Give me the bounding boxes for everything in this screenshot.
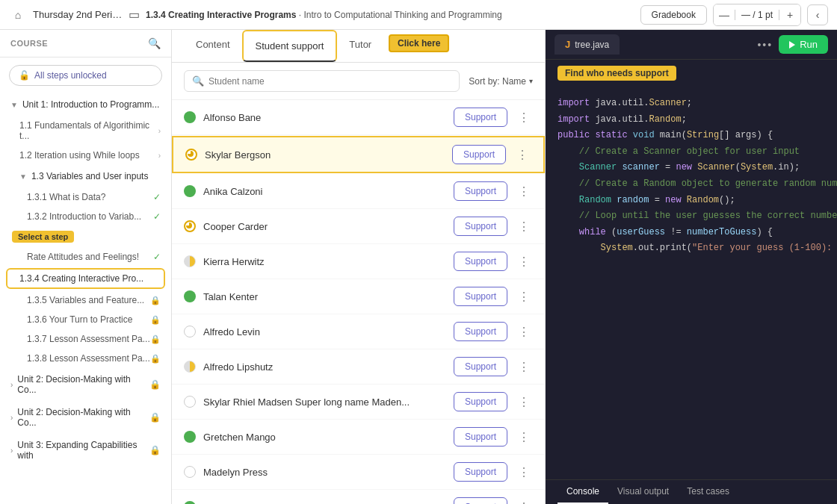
- sidebar-item-1-3[interactable]: ▼ 1.3 Variables and User inputs: [0, 165, 171, 187]
- sidebar-item-1-3-6[interactable]: 1.3.6 Your Turn to Practice 🔒: [0, 310, 171, 329]
- more-menu-icon[interactable]: ⋮: [515, 393, 533, 411]
- support-button[interactable]: Support: [452, 145, 506, 164]
- chevron-down-icon2: ▼: [19, 172, 27, 181]
- check-icon-2: ✓: [153, 211, 161, 222]
- sidebar-item-1-2[interactable]: 1.2 Iteration using While loops ›: [0, 146, 171, 165]
- chevron-down-icon3: ▾: [529, 77, 533, 85]
- status-dot-green5: [184, 501, 196, 504]
- lock-icon-5: 🔒: [149, 379, 161, 390]
- sort-control[interactable]: Sort by: Name ▾: [469, 76, 533, 87]
- more-menu-icon[interactable]: ⋮: [515, 428, 533, 446]
- sidebar-item-unit2b[interactable]: › Unit 2: Decision-Making with Co... 🔒: [0, 401, 171, 434]
- status-dot-none2: [184, 396, 196, 408]
- table-row: Gretchen Mango Support ⋮: [172, 420, 545, 455]
- sidebar-search-icon[interactable]: 🔍: [148, 37, 161, 49]
- file-tab[interactable]: J tree.java: [555, 34, 620, 55]
- lock-icon-6: 🔒: [149, 412, 161, 423]
- console-tabs-bar: Console Visual output Test cases: [546, 479, 837, 504]
- search-box: 🔍: [184, 70, 460, 92]
- sidebar-item-1-3-7[interactable]: 1.3.7 Lesson Assessment Pa... 🔒: [0, 329, 171, 349]
- student-name: Madelyn Press: [203, 467, 446, 478]
- support-button[interactable]: Support: [454, 217, 507, 236]
- nav-back-button[interactable]: ‹: [807, 4, 828, 25]
- sidebar-item-unit3[interactable]: › Unit 3: Expanding Capabilities with 🔒: [0, 434, 171, 467]
- table-row: Skylar Rhiel Madsen Super long name Made…: [172, 385, 545, 420]
- support-button[interactable]: Support: [454, 252, 507, 271]
- more-menu-icon[interactable]: ⋮: [515, 182, 533, 200]
- table-row: Talan Kenter Support ⋮: [172, 279, 545, 314]
- sidebar-toggle-icon[interactable]: ▭: [129, 7, 140, 22]
- student-name: Alfonso Bane: [203, 112, 446, 123]
- points-display: — / 1 pt: [735, 10, 779, 20]
- unlock-all-button[interactable]: 🔓 All steps unlocked: [9, 65, 162, 86]
- sidebar-item-1-3-8[interactable]: 1.3.8 Lesson Assessment Pa... 🔒: [0, 349, 171, 368]
- console-tab-console[interactable]: Console: [558, 480, 608, 504]
- search-input[interactable]: [209, 76, 451, 87]
- lock-icon-2: 🔒: [150, 315, 161, 325]
- support-button[interactable]: Support: [454, 392, 507, 411]
- tab-student-support[interactable]: Student support: [242, 30, 338, 62]
- support-button[interactable]: Support: [454, 322, 507, 341]
- sidebar-item-unit1[interactable]: ▼ Unit 1: Introduction to Programm...: [0, 93, 171, 116]
- console-tab-tests[interactable]: Test cases: [678, 480, 738, 504]
- code-area[interactable]: import java.util.Scanner; import java.ut…: [546, 87, 837, 479]
- sidebar-item-unit2a[interactable]: › Unit 2: Decision-Making with Co... 🔒: [0, 368, 171, 401]
- student-name: Kierra Schleifer: [203, 502, 446, 505]
- student-name: Gretchen Mango: [203, 432, 446, 443]
- tab-content[interactable]: Content: [184, 30, 242, 62]
- more-menu-icon[interactable]: ⋮: [515, 287, 533, 305]
- student-name: Kierra Herwitz: [203, 256, 446, 267]
- sidebar-item-1-3-1[interactable]: 1.3.1 What is Data? ✓: [0, 187, 171, 207]
- click-here-badge: Click here: [389, 34, 449, 52]
- status-dot-loading2: [184, 220, 196, 232]
- student-name: Talan Kenter: [203, 291, 446, 302]
- support-button[interactable]: Support: [454, 287, 507, 306]
- run-button[interactable]: Run: [779, 35, 828, 54]
- student-name: Anika Calzoni: [203, 186, 446, 197]
- support-button[interactable]: Support: [454, 497, 507, 504]
- sidebar-item-1-3-5[interactable]: 1.3.5 Variables and Feature... 🔒: [0, 290, 171, 310]
- chevron-right-icon4: ›: [10, 414, 13, 422]
- support-button[interactable]: Support: [454, 427, 507, 447]
- status-dot-none: [184, 326, 196, 337]
- student-name: Skylar Rhiel Madsen Super long name Made…: [203, 396, 446, 408]
- console-tab-visual[interactable]: Visual output: [608, 480, 678, 504]
- home-icon[interactable]: ⌂: [9, 6, 27, 24]
- more-menu-icon[interactable]: ⋮: [515, 217, 533, 235]
- code-editor-panel: J tree.java ••• Run Find who needs suppo…: [546, 30, 837, 504]
- support-button[interactable]: Support: [454, 181, 507, 201]
- lock-icon-3: 🔒: [150, 335, 161, 344]
- editor-more-icon[interactable]: •••: [757, 39, 773, 51]
- java-icon: J: [565, 39, 570, 50]
- support-button[interactable]: Support: [454, 462, 507, 482]
- sidebar-item-1-1[interactable]: 1.1 Fundamentals of Algorithimic t... ›: [0, 116, 171, 146]
- table-row: Skylar Bergson Support ⋮: [172, 136, 545, 173]
- table-row: Alfredo Lipshutz Support ⋮: [172, 349, 545, 385]
- run-triangle-icon: [789, 41, 795, 49]
- table-row: Kierra Schleifer Support ⋮: [172, 490, 545, 504]
- lock-open-icon: 🔓: [19, 70, 30, 81]
- points-increase-button[interactable]: +: [779, 4, 800, 25]
- more-menu-icon[interactable]: ⋮: [515, 323, 533, 340]
- gradebook-button[interactable]: Gradebook: [640, 5, 707, 25]
- tab-tutor[interactable]: Tutor: [337, 30, 383, 62]
- chevron-right-icon3: ›: [10, 381, 13, 389]
- breadcrumb: 1.3.4 Creating Interactive Programs · In…: [146, 10, 634, 20]
- sidebar-item-rate[interactable]: Rate Attitudes and Feelings! ✓: [0, 247, 171, 267]
- more-menu-icon[interactable]: ⋮: [515, 108, 533, 126]
- lock-icon-4: 🔒: [150, 354, 161, 364]
- chevron-right-icon: ›: [158, 127, 161, 135]
- lock-icon-7: 🔒: [149, 445, 161, 455]
- more-menu-icon[interactable]: ⋮: [515, 358, 533, 376]
- sidebar-item-1-3-2[interactable]: 1.3.2 Introduction to Variab... ✓: [0, 207, 171, 226]
- file-name: tree.java: [575, 40, 609, 50]
- points-decrease-button[interactable]: —: [714, 4, 735, 25]
- sidebar-item-1-3-4[interactable]: 1.3.4 Creating Interactive Pro...: [6, 268, 165, 289]
- more-menu-icon[interactable]: ⋮: [513, 146, 531, 164]
- support-button[interactable]: Support: [454, 357, 507, 376]
- more-menu-icon[interactable]: ⋮: [515, 252, 533, 270]
- more-menu-icon[interactable]: ⋮: [515, 463, 533, 481]
- course-label: COURSE: [10, 39, 48, 48]
- support-button[interactable]: Support: [454, 108, 507, 127]
- more-menu-icon[interactable]: ⋮: [515, 498, 533, 504]
